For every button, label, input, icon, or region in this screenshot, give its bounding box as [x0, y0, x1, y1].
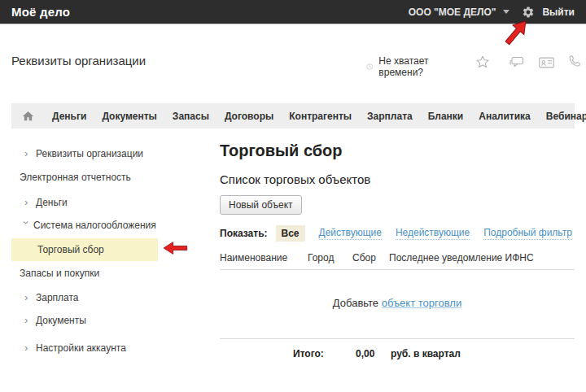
sidebar-item-account-settings[interactable]: › Настройки аккаунта [11, 342, 126, 354]
chevron-down-icon: › [20, 221, 33, 229]
sidebar-item-label: Торговый сбор [37, 244, 104, 255]
sidebar-item-salary[interactable]: › Зарплата [11, 291, 79, 303]
star-icon[interactable] [475, 54, 490, 69]
filter-label: Показать: [220, 228, 268, 239]
sidebar-item-e-reporting[interactable]: Электронная отчетность [11, 172, 131, 183]
sidebar-item-label: Документы [36, 315, 86, 326]
sidebar-item-trade-fee-active[interactable]: Торговый сбор [11, 238, 158, 261]
company-selector[interactable]: ООО "МОЕ ДЕЛО" [409, 7, 496, 18]
tab-stocks[interactable]: Запасы [173, 111, 209, 122]
sidebar-item-requisites[interactable]: › Реквизиты организации [11, 147, 143, 159]
totals-unit: руб. в квартал [391, 348, 461, 359]
empty-state-text: Добавьте [333, 297, 378, 309]
app-logo: Моё дело [11, 5, 70, 19]
sidebar-item-label: Электронная отчетность [20, 172, 131, 183]
main-content: Торговый сбор Список торговых объектов Н… [220, 138, 575, 382]
sidebar-item-label: Реквизиты организации [36, 148, 143, 159]
sidebar-item-label: Система налогообложения [33, 220, 156, 231]
sidebar-item-label: Настройки аккаунта [36, 342, 126, 354]
col-header-last-notice: Последнее уведомление ИФНС [389, 252, 534, 264]
content-subtitle: Список торговых объектов [220, 172, 370, 186]
filter-active-link[interactable]: Действующие [319, 227, 382, 240]
col-header-city: Город [308, 252, 334, 264]
caret-down-icon[interactable] [503, 10, 509, 14]
chevron-right-icon: › [24, 342, 36, 354]
sidebar-item-label: Запасы и покупки [20, 268, 99, 279]
chevron-right-icon: › [24, 314, 36, 326]
tab-money[interactable]: Деньги [52, 111, 86, 122]
tab-contracts[interactable]: Договоры [225, 111, 273, 122]
new-object-button[interactable]: Новый объект [220, 195, 302, 215]
top-bar: Моё дело ООО "МОЕ ДЕЛО" Выйти [0, 0, 586, 24]
tab-counterparties[interactable]: Контрагенты [289, 111, 352, 122]
sidebar: › Реквизиты организации Электронная отче… [11, 142, 215, 377]
sidebar-item-money[interactable]: › Деньги [11, 196, 68, 208]
clock-icon [366, 60, 373, 73]
filter-advanced-link[interactable]: Подробный фильтр [483, 227, 572, 240]
add-trade-object-link[interactable]: объект торговли [382, 297, 461, 309]
filter-row: Показать: Все Действующие Недействующие … [220, 225, 572, 242]
totals-label: Итого: [293, 348, 324, 359]
tab-documents[interactable]: Документы [102, 111, 156, 122]
sidebar-item-stocks-purchases[interactable]: Запасы и покупки [11, 268, 99, 279]
logout-button[interactable]: Выйти [542, 7, 575, 18]
sidebar-item-tax-system[interactable]: › Система налогообложения [11, 219, 156, 231]
empty-state-row: Добавьте объект торговли [220, 297, 575, 309]
id-card-icon[interactable] [539, 57, 553, 72]
sidebar-item-label: Деньги [36, 197, 68, 208]
sidebar-item-documents[interactable]: › Документы [11, 314, 86, 326]
col-header-name: Наименование [220, 252, 287, 264]
chevron-right-icon: › [24, 196, 36, 208]
totals-divider [220, 338, 575, 339]
content-title: Торговый сбор [220, 142, 343, 160]
chevron-right-icon: › [24, 291, 36, 303]
sidebar-item-label: Зарплата [36, 292, 79, 303]
filter-inactive-link[interactable]: Недействующие [396, 227, 470, 240]
help-link-label: Не хватает времени? [378, 55, 429, 78]
main-nav: Деньги Документы Запасы Договоры Контраг… [11, 103, 575, 128]
tab-salary[interactable]: Зарплата [367, 111, 413, 122]
filter-all-chip[interactable]: Все [276, 225, 305, 242]
tab-forms[interactable]: Бланки [428, 111, 464, 122]
tab-analytics[interactable]: Аналитика [479, 111, 531, 122]
gear-icon[interactable] [522, 6, 535, 19]
home-icon[interactable] [21, 110, 35, 123]
col-header-fee: Сбор [352, 252, 376, 264]
totals-value: 0,00 [356, 348, 374, 359]
chat-icon[interactable] [509, 56, 524, 71]
red-arrow-annotation-sidebar [161, 241, 189, 255]
top-bar-right: ООО "МОЕ ДЕЛО" Выйти [409, 6, 575, 19]
tab-webinars[interactable]: Вебинары [546, 111, 586, 122]
table-header-divider [220, 269, 575, 270]
page: Моё дело ООО "МОЕ ДЕЛО" Выйти Реквизиты … [0, 0, 586, 392]
phone-icon[interactable] [568, 54, 583, 69]
page-title: Реквизиты организации [11, 54, 146, 68]
help-link[interactable]: Не хватает времени? [366, 55, 430, 78]
chevron-right-icon: › [24, 147, 36, 159]
